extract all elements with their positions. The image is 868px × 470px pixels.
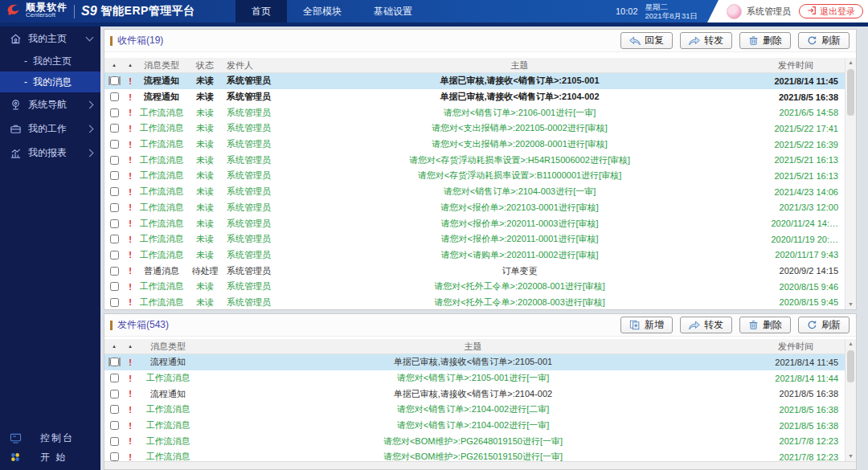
row-checkbox[interactable]	[110, 390, 119, 398]
table-row[interactable]: !工作流消息未读系统管理员请您对<支出报销单>:202008-0001进行[审核…	[104, 137, 845, 153]
row-checkbox[interactable]	[110, 76, 119, 85]
row-checkbox[interactable]	[110, 437, 119, 446]
row-checkbox[interactable]	[110, 251, 119, 260]
inbox-panel-header: 收件箱(19) 回复转发删除刷新	[104, 30, 856, 52]
row-checkbox[interactable]	[110, 298, 119, 307]
home-icon	[9, 32, 22, 45]
button-label: 刷新	[821, 34, 841, 47]
current-user-name: 系统管理员	[747, 6, 791, 18]
sidebar-item-system-nav[interactable]: 系统导航	[0, 92, 100, 116]
scrollbar-thumb[interactable]	[847, 69, 854, 116]
refresh-button[interactable]: 刷新	[798, 317, 850, 333]
table-row[interactable]: !流程通知未读系统管理员单据已审核,请接收<销售订单>:2105-0012021…	[104, 73, 845, 89]
row-checkbox[interactable]	[110, 374, 119, 382]
table-row[interactable]: !流程通知未读系统管理员单据已审核,请接收<销售订单>:2104-0022021…	[104, 89, 845, 105]
sidebar-item-my-reports[interactable]: 我的报表	[0, 141, 100, 165]
row-checkbox[interactable]	[110, 405, 119, 414]
column-header-subject[interactable]: 主题	[199, 341, 747, 353]
logout-button[interactable]: 退出登录	[799, 4, 863, 18]
forward-button[interactable]: 转发	[680, 32, 732, 49]
cell-subject: 请您对<销售订单>:2104-002进行[一审]	[199, 419, 747, 431]
forward-icon	[689, 321, 700, 330]
row-checkbox[interactable]	[110, 421, 119, 430]
row-checkbox[interactable]	[110, 358, 119, 366]
cell-subject: 请您对<支出报销单>:202105-0002进行[审核]	[293, 122, 747, 134]
delete-button[interactable]: 删除	[739, 317, 791, 333]
sidebar-subitem-my-messages[interactable]: - 我的消息	[0, 72, 100, 92]
table-row[interactable]: !工作流消息请您对<销售订单>:2105-001进行[一审]2021/8/14 …	[104, 370, 845, 386]
cell-time: 2021/8/5 16:38	[747, 421, 845, 431]
table-row[interactable]: !工作流消息未读系统管理员请您对<报价单>:202011-0001进行[审核]2…	[104, 231, 845, 247]
sidebar-item-my-home[interactable]: 我的主页	[0, 27, 100, 51]
column-header-sender[interactable]: 发件人	[223, 59, 293, 72]
table-row[interactable]: !工作流消息请您对<BOM维护>:PG2615019150进行[一审]2021/…	[104, 449, 845, 461]
table-row[interactable]: !工作流消息未读系统管理员请您对<支出报销单>:202105-0002进行[审核…	[104, 121, 845, 137]
table-row[interactable]: !工作流消息未读系统管理员请您对<存货浮动耗损率设置>:B11000001进行[…	[104, 168, 845, 184]
row-checkbox[interactable]	[110, 235, 119, 243]
outbox-panel: 发件箱(543) 新增转发删除刷新 ▴ ▴ 消息类型 主题 发件时间 !流程通知…	[104, 313, 857, 470]
inbox-table-header: ▴ ▴ 消息类型 状态 发件人 主题 发件时间	[104, 58, 845, 73]
cell-subject: 单据已审核,请接收<销售订单>:2105-001	[293, 75, 747, 87]
scroll-up-icon[interactable]: ▲	[845, 58, 856, 67]
horizontal-scrollbar[interactable]	[104, 461, 856, 469]
row-checkbox[interactable]	[110, 92, 119, 101]
table-row[interactable]: !工作流消息未读系统管理员请您对<托外工令单>:202008-001进行[审核]…	[104, 279, 845, 295]
row-checkbox[interactable]	[110, 124, 119, 133]
sidebar-subitem-my-home[interactable]: - 我的主页	[0, 51, 100, 72]
forward-button[interactable]: 转发	[680, 317, 732, 333]
row-checkbox[interactable]	[110, 267, 119, 276]
refresh-button[interactable]: 刷新	[798, 32, 850, 49]
scrollbar-thumb[interactable]	[847, 350, 854, 382]
table-row[interactable]: !工作流消息未读系统管理员请您对<存货浮动耗损率设置>:H54R15006002…	[104, 152, 845, 168]
sidebar-item-my-work[interactable]: 我的工作	[0, 116, 100, 141]
scroll-down-icon[interactable]: ▼	[845, 452, 856, 461]
scroll-down-icon[interactable]: ▼	[845, 300, 856, 309]
priority-flag-icon: !	[124, 108, 137, 117]
table-row[interactable]: !工作流消息未读系统管理员请您对<销售订单>:2104-003进行[一审]202…	[104, 184, 845, 200]
table-row[interactable]: !流程通知单据已审核,请接收<销售订单>:2104-0022021/8/5 16…	[104, 386, 845, 402]
table-row[interactable]: !工作流消息未读系统管理员请您对<报价单>:202103-0001进行[审核]2…	[104, 200, 845, 216]
erp-window: 顺景软件 Centersoft S9 智能ERP管理平台 首页 全部模块 基础设…	[0, 0, 868, 470]
table-row[interactable]: !工作流消息未读系统管理员请您对<请购单>:202011-0002进行[审核]2…	[104, 247, 845, 264]
column-header-type[interactable]: 消息类型	[137, 341, 199, 353]
column-header-time[interactable]: 发件时间	[747, 59, 845, 72]
table-row[interactable]: !流程通知单据已审核,请接收<销售订单>:2105-0012021/8/14 1…	[104, 354, 845, 370]
new-button[interactable]: 新增	[620, 317, 673, 333]
tab-home[interactable]: 首页	[235, 0, 287, 22]
table-row[interactable]: !工作流消息请您对<BOM维护>:PG2648019150进行[一审]2021/…	[104, 433, 845, 449]
delete-button[interactable]: 删除	[739, 32, 791, 49]
inbox-toolbar: 回复转发删除刷新	[620, 32, 850, 49]
scroll-up-icon[interactable]: ▲	[845, 339, 856, 349]
tab-all-modules[interactable]: 全部模块	[287, 0, 358, 22]
row-checkbox[interactable]	[110, 156, 119, 165]
column-header-time[interactable]: 发件时间	[747, 341, 845, 353]
start-button[interactable]: 开 始	[0, 448, 100, 467]
inbox-scrollbar: ▲ ▼	[845, 58, 856, 309]
row-checkbox[interactable]	[110, 219, 119, 228]
cell-status: 未读	[186, 122, 223, 134]
table-row[interactable]: !工作流消息未读系统管理员请您对<报价单>:202011-0003进行[审核]2…	[104, 215, 845, 231]
row-checkbox[interactable]	[110, 171, 119, 180]
table-row[interactable]: !工作流消息请您对<销售订单>:2104-002进行[一审]2021/8/5 1…	[104, 418, 845, 434]
row-checkbox[interactable]	[110, 108, 119, 117]
table-row[interactable]: !工作流消息请您对<销售订单>:2104-002进行[二审]2021/8/5 1…	[104, 402, 845, 418]
column-header-status[interactable]: 状态	[186, 59, 223, 72]
cell-subject: 单据已审核,请接收<销售订单>:2105-001	[199, 356, 747, 368]
row-checkbox[interactable]	[110, 187, 119, 196]
cell-type: 工作流消息	[137, 435, 199, 448]
priority-flag-icon: !	[124, 124, 137, 133]
row-checkbox[interactable]	[110, 452, 119, 461]
row-checkbox[interactable]	[110, 282, 119, 291]
tab-basic-settings[interactable]: 基础设置	[358, 0, 428, 22]
table-row[interactable]: !工作流消息未读系统管理员请您对<销售订单>:2106-001进行[一审]202…	[104, 104, 845, 121]
row-checkbox[interactable]	[110, 140, 119, 149]
sidebar-item-label: 系统导航	[28, 98, 67, 112]
reply-button[interactable]: 回复	[620, 32, 673, 49]
column-header-subject[interactable]: 主题	[293, 59, 747, 72]
console-button[interactable]: 控制台	[0, 428, 100, 448]
table-row[interactable]: !普通消息待处理系统管理员订单变更2020/9/2 14:15	[104, 263, 845, 279]
cell-type: 工作流消息	[137, 138, 186, 150]
row-checkbox[interactable]	[110, 203, 119, 212]
table-row[interactable]: !工作流消息未读系统管理员请您对<托外工令单>:202008-003进行[审核]…	[104, 295, 845, 309]
column-header-type[interactable]: 消息类型	[137, 59, 186, 72]
